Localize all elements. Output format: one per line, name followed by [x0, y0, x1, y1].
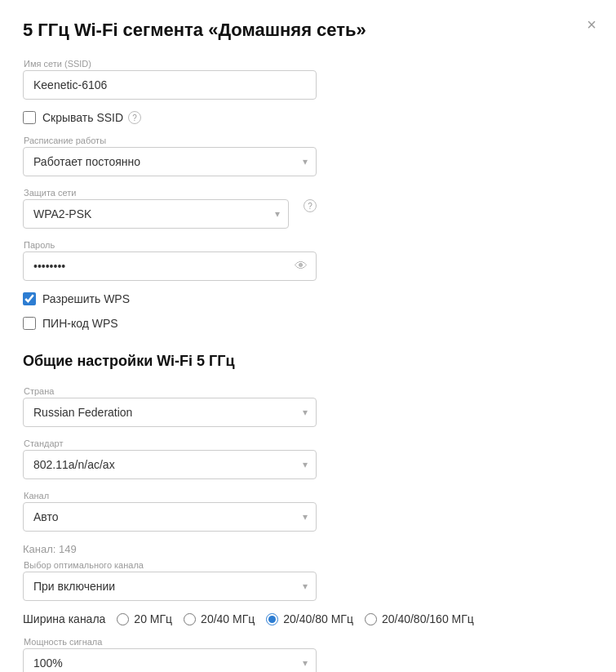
- schedule-select[interactable]: Работает постоянно: [24, 148, 316, 176]
- channel-width-20408016-label[interactable]: 20/40/80/160 МГц: [382, 612, 474, 625]
- hide-ssid-help-icon[interactable]: ?: [128, 111, 141, 124]
- allow-wps-label[interactable]: Разрешить WPS: [42, 292, 130, 305]
- ssid-input[interactable]: [24, 71, 316, 99]
- password-input[interactable]: [24, 252, 316, 280]
- country-field-group: Страна Russian Federation ▾: [23, 386, 317, 427]
- channel-width-2040-label[interactable]: 20/40 МГц: [201, 612, 255, 625]
- country-label: Страна: [23, 386, 317, 396]
- pin-wps-label[interactable]: ПИН-код WPS: [42, 317, 118, 330]
- security-select-wrap: WPA2-PSK ▾: [23, 199, 289, 229]
- signal-power-field-group: Мощность сигнала 100% ▾: [23, 637, 317, 672]
- security-select[interactable]: WPA2-PSK: [24, 200, 288, 228]
- channel-field-group: Канал Авто ▾: [23, 491, 317, 532]
- allow-wps-row: Разрешить WPS: [23, 292, 593, 305]
- channel-width-20-radio[interactable]: [117, 613, 129, 625]
- channel-select[interactable]: Авто: [24, 503, 316, 531]
- standard-label: Стандарт: [23, 438, 317, 448]
- standard-select[interactable]: 802.11a/n/ac/ax: [24, 451, 316, 478]
- signal-power-label: Мощность сигнала: [23, 637, 317, 647]
- hide-ssid-label[interactable]: Скрывать SSID ?: [42, 111, 141, 124]
- hide-ssid-checkbox[interactable]: [23, 111, 36, 124]
- channel-select-wrap: Авто ▾: [23, 502, 317, 532]
- channel-width-204080-option: 20/40/80 МГц: [266, 612, 353, 625]
- channel-label: Канал: [23, 491, 317, 501]
- ssid-input-wrap: [23, 70, 317, 100]
- signal-power-select[interactable]: 100%: [24, 649, 316, 672]
- channel-width-204080-radio[interactable]: [266, 613, 278, 625]
- security-field-group: Защита сети WPA2-PSK ▾ ?: [23, 188, 317, 229]
- standard-select-wrap: 802.11a/n/ac/ax ▾: [23, 450, 317, 479]
- modal-title: 5 ГГц Wi-Fi сегмента «Домашняя сеть»: [23, 20, 593, 41]
- password-field-group: Пароль 👁: [23, 240, 317, 281]
- schedule-field-group: Расписание работы Работает постоянно ▾: [23, 136, 317, 176]
- country-select-wrap: Russian Federation ▾: [23, 398, 317, 427]
- allow-wps-checkbox[interactable]: [23, 292, 36, 305]
- security-label: Защита сети: [23, 188, 317, 198]
- schedule-label: Расписание работы: [23, 136, 317, 145]
- optimal-channel-field-group: Выбор оптимального канала При включении …: [23, 560, 317, 601]
- pin-wps-row: ПИН-код WPS: [23, 317, 593, 330]
- close-button[interactable]: ×: [587, 16, 596, 33]
- channel-width-20-label[interactable]: 20 МГц: [134, 612, 172, 625]
- hide-ssid-row: Скрывать SSID ?: [23, 111, 593, 124]
- password-label: Пароль: [23, 240, 317, 250]
- optimal-channel-select[interactable]: При включении: [24, 572, 316, 600]
- schedule-select-wrap: Работает постоянно ▾: [23, 147, 317, 176]
- modal-container: 5 ГГц Wi-Fi сегмента «Домашняя сеть» × И…: [0, 0, 616, 672]
- channel-width-row: Ширина канала 20 МГц 20/40 МГц 20/40/80 …: [23, 612, 593, 625]
- channel-width-20408016-option: 20/40/80/160 МГц: [365, 612, 474, 625]
- channel-width-20-option: 20 МГц: [117, 612, 172, 625]
- general-section-title: Общие настройки Wi-Fi 5 ГГц: [23, 353, 593, 370]
- channel-width-204080-label[interactable]: 20/40/80 МГц: [283, 612, 353, 625]
- security-help-icon[interactable]: ?: [304, 199, 317, 212]
- channel-width-section: Ширина канала 20 МГц 20/40 МГц 20/40/80 …: [23, 612, 593, 625]
- security-select-row: WPA2-PSK ▾ ?: [23, 199, 317, 229]
- channel-width-2040-radio[interactable]: [184, 613, 196, 625]
- eye-icon[interactable]: 👁: [295, 259, 308, 274]
- channel-info: Канал: 149: [23, 543, 593, 555]
- optimal-channel-select-wrap: При включении ▾: [23, 572, 317, 601]
- standard-field-group: Стандарт 802.11a/n/ac/ax ▾: [23, 438, 317, 479]
- channel-width-20408016-radio[interactable]: [365, 613, 377, 625]
- channel-width-2040-option: 20/40 МГц: [184, 612, 255, 625]
- ssid-label: Имя сети (SSID): [23, 59, 317, 69]
- ssid-field-group: Имя сети (SSID): [23, 59, 317, 100]
- optimal-channel-label: Выбор оптимального канала: [23, 560, 317, 570]
- channel-width-label: Ширина канала: [23, 612, 105, 625]
- country-select[interactable]: Russian Federation: [24, 398, 316, 426]
- password-input-wrap: 👁: [23, 251, 317, 281]
- signal-power-select-wrap: 100% ▾: [23, 648, 317, 672]
- pin-wps-checkbox[interactable]: [23, 317, 36, 330]
